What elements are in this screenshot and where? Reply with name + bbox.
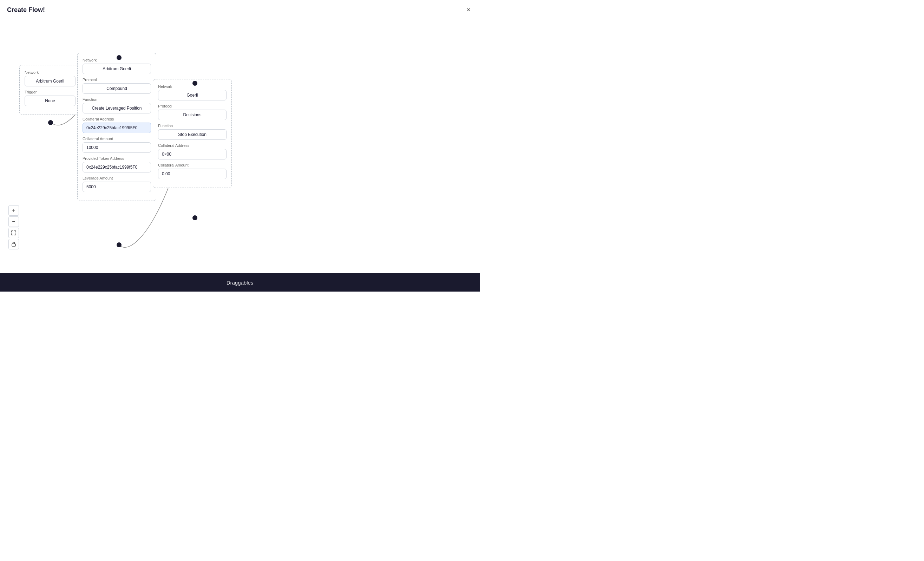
compound-protocol-field: Protocol Compound bbox=[82, 78, 151, 94]
trigger-field: Trigger None bbox=[25, 90, 75, 106]
zoom-out-button[interactable]: − bbox=[8, 216, 19, 227]
compound-protocol-value[interactable]: Compound bbox=[82, 83, 151, 94]
decisions-function-field: Function Stop Execution bbox=[158, 124, 226, 140]
trigger-network-value[interactable]: Arbitrum Goerli bbox=[25, 76, 75, 86]
decisions-function-value[interactable]: Stop Execution bbox=[158, 129, 226, 140]
compound-protocol-label: Protocol bbox=[82, 78, 151, 82]
compound-provided-token-field: Provided Token Address 0x24e229c25bfac19… bbox=[82, 156, 151, 172]
decisions-network-label: Network bbox=[158, 84, 226, 88]
compound-bottom-connector[interactable] bbox=[117, 242, 122, 247]
compound-node: Network Arbitrum Goerli Protocol Compoun… bbox=[77, 53, 156, 201]
decisions-bottom-connector[interactable] bbox=[192, 215, 197, 220]
decisions-network-value[interactable]: Goerli bbox=[158, 90, 226, 100]
compound-collateral-amount-value[interactable]: 10000 bbox=[82, 142, 151, 153]
decisions-top-connector[interactable] bbox=[192, 81, 197, 86]
compound-leverage-field: Leverage Amount 5000 bbox=[82, 176, 151, 192]
decisions-collateral-amount-field: Collateral Amount 0.00 bbox=[158, 163, 226, 179]
flow-canvas: Network Arbitrum Goerli Trigger None Net… bbox=[0, 18, 480, 274]
decisions-collateral-address-field: Collateral Address 0×00 bbox=[158, 143, 226, 159]
draggables-bar[interactable]: Draggables bbox=[0, 273, 480, 292]
trigger-network-label: Network bbox=[25, 70, 75, 75]
compound-leverage-value[interactable]: 5000 bbox=[82, 182, 151, 192]
decisions-collateral-amount-value[interactable]: 0.00 bbox=[158, 169, 226, 179]
decisions-protocol-label: Protocol bbox=[158, 104, 226, 108]
trigger-node: Network Arbitrum Goerli Trigger None bbox=[20, 65, 81, 115]
decisions-node: Network Goerli Protocol Decisions Functi… bbox=[153, 79, 232, 188]
trigger-network-field: Network Arbitrum Goerli bbox=[25, 70, 75, 86]
trigger-bottom-connector[interactable] bbox=[48, 120, 53, 125]
close-button[interactable]: × bbox=[464, 6, 473, 14]
trigger-label: Trigger bbox=[25, 90, 75, 94]
compound-network-field: Network Arbitrum Goerli bbox=[82, 58, 151, 74]
zoom-in-button[interactable]: + bbox=[8, 205, 19, 216]
decisions-collateral-amount-label: Collateral Amount bbox=[158, 163, 226, 167]
compound-collateral-amount-label: Collateral Amount bbox=[82, 136, 151, 141]
title-bar: Create Flow! × bbox=[0, 0, 480, 18]
compound-top-connector[interactable] bbox=[117, 55, 122, 60]
decisions-protocol-value[interactable]: Decisions bbox=[158, 110, 226, 120]
svg-rect-0 bbox=[12, 244, 15, 246]
decisions-collateral-address-value[interactable]: 0×00 bbox=[158, 149, 226, 159]
trigger-value[interactable]: None bbox=[25, 96, 75, 106]
compound-network-value[interactable]: Arbitrum Goerli bbox=[82, 64, 151, 74]
compound-function-label: Function bbox=[82, 97, 151, 102]
connections-svg bbox=[0, 18, 480, 274]
compound-collateral-address-value[interactable]: 0x24e229c25bfac1999f5F0 bbox=[82, 123, 151, 133]
decisions-collateral-address-label: Collateral Address bbox=[158, 143, 226, 147]
lock-button[interactable] bbox=[8, 239, 19, 249]
fit-button[interactable] bbox=[8, 228, 19, 238]
draggables-label: Draggables bbox=[226, 280, 254, 286]
compound-function-value[interactable]: Create Leveraged Position bbox=[82, 103, 151, 114]
page-title: Create Flow! bbox=[7, 6, 45, 14]
compound-collateral-amount-field: Collateral Amount 10000 bbox=[82, 136, 151, 153]
decisions-function-label: Function bbox=[158, 124, 226, 128]
zoom-controls: + − bbox=[8, 205, 19, 249]
compound-function-field: Function Create Leveraged Position bbox=[82, 97, 151, 114]
compound-leverage-label: Leverage Amount bbox=[82, 176, 151, 180]
decisions-protocol-field: Protocol Decisions bbox=[158, 104, 226, 120]
compound-collateral-address-label: Collateral Address bbox=[82, 117, 151, 121]
decisions-network-field: Network Goerli bbox=[158, 84, 226, 100]
compound-collateral-address-field: Collateral Address 0x24e229c25bfac1999f5… bbox=[82, 117, 151, 133]
compound-provided-token-label: Provided Token Address bbox=[82, 156, 151, 160]
compound-provided-token-value[interactable]: 0x24e229c25bfac1999f5F0 bbox=[82, 162, 151, 172]
